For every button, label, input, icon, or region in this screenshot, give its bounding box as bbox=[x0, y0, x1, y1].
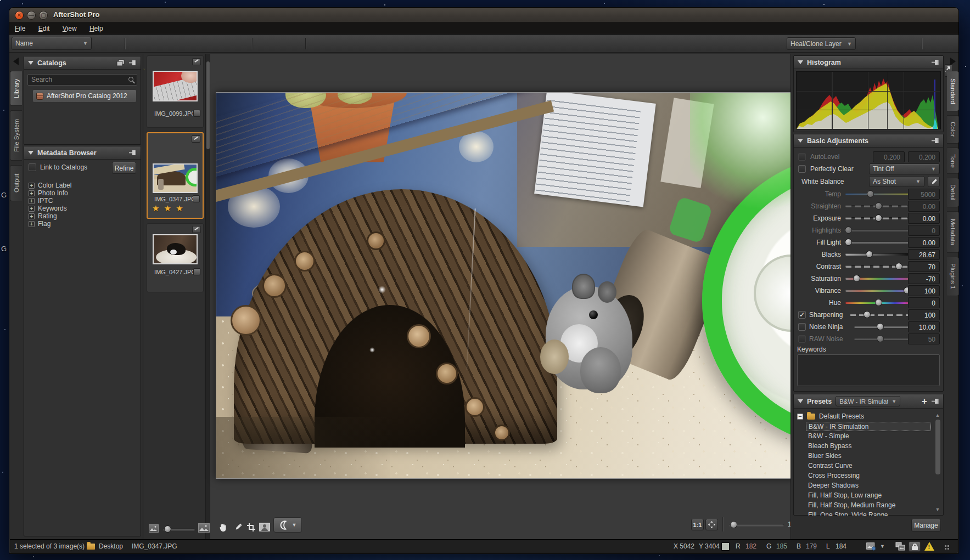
fill-light-value[interactable]: 0.00 bbox=[908, 237, 940, 248]
raw-noise-value[interactable]: 50 bbox=[908, 333, 940, 344]
pin-panel-icon[interactable] bbox=[128, 60, 137, 66]
pin-panel-icon[interactable] bbox=[931, 398, 939, 404]
collapse-triangle-icon[interactable] bbox=[798, 399, 803, 403]
sort-by-dropdown[interactable]: Name▼ bbox=[12, 37, 92, 50]
thumbnail-image[interactable] bbox=[153, 71, 198, 101]
preset-item-clipped[interactable]: Fill, One Stop, Wide Range bbox=[806, 511, 931, 516]
straighten-value[interactable]: 0.00 bbox=[908, 201, 940, 212]
right-tab-plugins[interactable]: Plugins 1 bbox=[947, 257, 959, 296]
filmstrip-item-2-selected[interactable]: IMG_0347.JPG ★ ★ ★ bbox=[147, 132, 204, 219]
menu-help[interactable]: Help bbox=[84, 22, 109, 35]
noise-ninja-slider[interactable] bbox=[854, 323, 912, 331]
left-tab-library[interactable]: Library bbox=[10, 71, 22, 106]
viewer-zoom-slider-knob[interactable] bbox=[730, 521, 737, 528]
autolevel-high-value[interactable]: 0.200 bbox=[908, 151, 940, 162]
preset-item[interactable]: Fill, Half Stop, Medium Range bbox=[806, 501, 931, 510]
presets-scrollbar-thumb[interactable] bbox=[935, 420, 940, 474]
dual-image-icon[interactable] bbox=[895, 542, 905, 552]
thumbnail-image[interactable] bbox=[153, 163, 198, 193]
thumb-size-small-icon[interactable] bbox=[149, 524, 159, 533]
right-tab-standard[interactable]: Standard bbox=[947, 71, 959, 111]
scroll-up-icon[interactable]: ▲ bbox=[934, 412, 941, 418]
new-catalog-icon[interactable] bbox=[116, 59, 125, 66]
temp-value[interactable]: 5000 bbox=[908, 189, 940, 200]
thumbnail-image[interactable] bbox=[153, 234, 198, 264]
sharpening-value[interactable]: 100 bbox=[908, 309, 940, 320]
exposure-value[interactable]: 0.00 bbox=[908, 213, 940, 224]
viewer-zoom-slider[interactable] bbox=[729, 524, 784, 526]
autolevel-low-value[interactable]: 0.200 bbox=[873, 151, 905, 162]
chevron-down-icon[interactable]: ▼ bbox=[292, 522, 297, 528]
expand-plus-icon[interactable]: + bbox=[29, 221, 35, 227]
expand-plus-icon[interactable]: + bbox=[29, 213, 35, 219]
collapse-left-panel-button[interactable] bbox=[10, 56, 21, 67]
link-to-catalogs-checkbox[interactable] bbox=[29, 163, 36, 171]
hue-value[interactable]: 0 bbox=[908, 297, 940, 308]
presets-folder-row[interactable]: − Default Presets bbox=[797, 412, 864, 420]
menu-view[interactable]: View bbox=[57, 22, 82, 35]
collapse-triangle-icon[interactable] bbox=[28, 61, 33, 65]
chevron-down-icon[interactable]: ▼ bbox=[880, 540, 885, 553]
window-close-button[interactable]: ✕ bbox=[15, 11, 24, 20]
fill-light-slider[interactable] bbox=[845, 239, 912, 246]
crop-tool-button[interactable] bbox=[244, 520, 257, 534]
contrast-slider[interactable] bbox=[845, 263, 912, 270]
histogram-header[interactable]: Histogram bbox=[794, 56, 943, 69]
filmstrip-item-1[interactable]: IMG_0099.JPG bbox=[147, 55, 204, 128]
filmstrip-scrollbar-thumb[interactable] bbox=[206, 61, 210, 149]
white-balance-dropdown[interactable]: As Shot▼ bbox=[869, 176, 924, 187]
left-tab-output[interactable]: Output bbox=[10, 165, 22, 201]
blacks-slider[interactable] bbox=[845, 251, 912, 258]
preset-selector-dropdown[interactable]: B&W - IR Simulation▼ bbox=[836, 396, 900, 406]
tree-item-color-label[interactable]: +Color Label bbox=[29, 182, 71, 189]
preset-item[interactable]: Deeper Shadows bbox=[806, 481, 931, 490]
tree-item-flag[interactable]: +Flag bbox=[29, 220, 51, 228]
tree-item-keywords[interactable]: +Keywords bbox=[29, 205, 67, 212]
preset-item[interactable]: Cross Processing bbox=[806, 471, 931, 480]
warning-icon[interactable] bbox=[924, 542, 934, 551]
layer-mode-dropdown[interactable]: Heal/Clone Layer▼ bbox=[787, 37, 856, 50]
right-tab-color[interactable]: Color bbox=[947, 115, 959, 144]
metadata-browser-header[interactable]: Metadata Browser bbox=[24, 146, 141, 160]
photo-canvas[interactable] bbox=[216, 92, 795, 479]
menu-edit[interactable]: Edit bbox=[33, 22, 55, 35]
current-folder[interactable]: Desktop bbox=[99, 540, 123, 553]
filmstrip-scrollbar[interactable] bbox=[205, 54, 210, 540]
zoom-fit-button[interactable] bbox=[705, 519, 718, 530]
basic-adjustments-header[interactable]: Basic Adjustments bbox=[794, 134, 943, 148]
filmstrip-item-3[interactable]: IMG_0427.JPG bbox=[147, 223, 204, 292]
redeye-tool-button[interactable] bbox=[258, 520, 271, 534]
collapse-triangle-icon[interactable] bbox=[28, 151, 33, 155]
vibrance-slider[interactable] bbox=[845, 287, 912, 295]
manage-presets-button[interactable]: Manage bbox=[911, 519, 941, 531]
exposure-slider[interactable] bbox=[845, 214, 912, 222]
tree-item-photo-info[interactable]: +Photo Info bbox=[29, 189, 68, 197]
expand-plus-icon[interactable]: + bbox=[29, 198, 35, 204]
pin-panel-icon[interactable] bbox=[931, 59, 939, 65]
saturation-slider[interactable] bbox=[845, 275, 912, 282]
white-balance-eyedropper-button[interactable] bbox=[928, 176, 940, 187]
resize-grip[interactable] bbox=[944, 545, 950, 550]
autolevel-checkbox[interactable] bbox=[798, 153, 806, 161]
thumb-size-large-icon[interactable] bbox=[198, 523, 210, 533]
pin-panel-icon[interactable] bbox=[931, 138, 939, 144]
scroll-down-icon[interactable]: ▼ bbox=[934, 506, 941, 513]
saturation-value[interactable]: -70 bbox=[908, 273, 940, 284]
temp-slider[interactable] bbox=[845, 190, 912, 198]
tree-item-iptc[interactable]: +IPTC bbox=[29, 197, 53, 205]
left-tab-file-system[interactable]: File System bbox=[10, 110, 22, 161]
proof-profile-icon[interactable] bbox=[866, 542, 876, 552]
add-preset-icon[interactable]: + bbox=[922, 398, 927, 405]
right-tab-detail[interactable]: Detail bbox=[947, 178, 959, 207]
contrast-value[interactable]: 70 bbox=[908, 261, 940, 272]
catalog-item[interactable]: AfterShot Pro Catalog 2012 bbox=[33, 90, 136, 102]
preset-item[interactable]: Bleach Bypass bbox=[806, 442, 931, 451]
collapse-right-panel-button[interactable] bbox=[947, 56, 958, 67]
noise-ninja-value[interactable]: 10.00 bbox=[908, 321, 940, 332]
perfectly-clear-checkbox[interactable] bbox=[798, 165, 806, 173]
highlights-value[interactable]: 0 bbox=[908, 225, 940, 236]
preset-item[interactable]: B&W - IR Simulation bbox=[806, 422, 931, 431]
vibrance-value[interactable]: 100 bbox=[908, 285, 940, 296]
catalog-search-input[interactable]: Search bbox=[27, 74, 137, 86]
highlights-slider[interactable] bbox=[845, 227, 912, 234]
